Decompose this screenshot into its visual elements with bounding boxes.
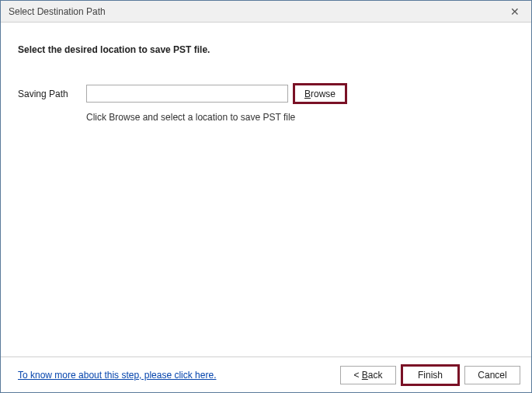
close-icon: ✕ (510, 5, 520, 18)
browse-rest: rowse (311, 89, 336, 99)
back-button[interactable]: < Back (340, 366, 396, 384)
cancel-button[interactable]: Cancel (464, 366, 520, 384)
back-prefix: < (353, 370, 361, 381)
help-link[interactable]: To know more about this step, please cli… (18, 370, 216, 381)
hint-text: Click Browse and select a location to sa… (86, 112, 514, 123)
finish-label: Finish (418, 370, 443, 381)
saving-path-row: Saving Path Browse (18, 83, 514, 104)
window-title: Select Destination Path (9, 6, 106, 17)
footer: To know more about this step, please cli… (1, 356, 531, 392)
instruction-heading: Select the desired location to save PST … (18, 44, 514, 55)
titlebar: Select Destination Path ✕ (1, 1, 531, 23)
back-accel: B (362, 370, 368, 381)
finish-button[interactable]: Finish (401, 364, 460, 386)
dialog-window: Select Destination Path ✕ Select the des… (0, 0, 532, 393)
footer-buttons: < Back Finish Cancel (340, 364, 520, 386)
browse-accel: B (304, 89, 311, 99)
back-rest: ack (368, 370, 383, 381)
content-area: Select the desired location to save PST … (1, 23, 531, 356)
close-button[interactable]: ✕ (503, 4, 527, 19)
saving-path-label: Saving Path (18, 89, 86, 99)
saving-path-input[interactable] (86, 85, 288, 103)
browse-button[interactable]: Browse (293, 83, 347, 104)
cancel-label: Cancel (478, 370, 506, 381)
